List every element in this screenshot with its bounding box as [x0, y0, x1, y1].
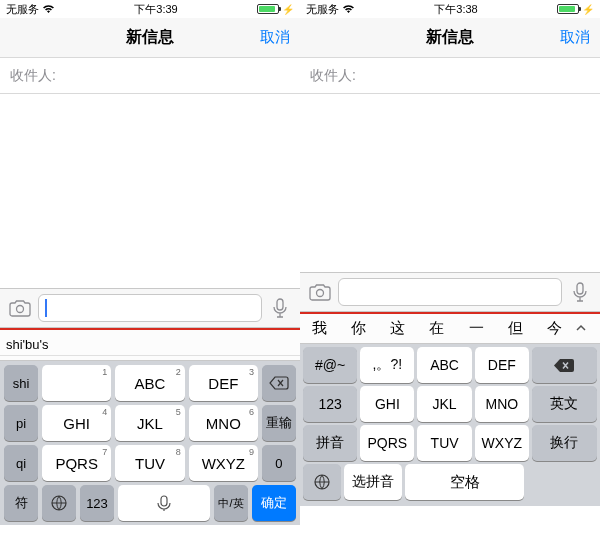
key-def[interactable]: DEF	[475, 347, 529, 383]
key-1[interactable]: 1	[42, 365, 111, 401]
syllable-key[interactable]: pi	[4, 405, 38, 441]
key-wxyz[interactable]: WXYZ	[475, 425, 529, 461]
key-mno[interactable]: MNO	[475, 386, 529, 422]
candidate-bar: shi'bu's 是不是 時不時 是不起 傳	[0, 330, 300, 361]
globe-key[interactable]	[303, 464, 341, 500]
candidate-item[interactable]: 一	[457, 315, 496, 342]
key-4[interactable]: 4GHI	[42, 405, 111, 441]
lang-toggle-key[interactable]: 中/英	[214, 485, 248, 521]
recipient-field[interactable]: 收件人:	[300, 58, 600, 94]
wifi-icon	[42, 4, 55, 14]
charging-icon: ⚡	[282, 4, 294, 15]
recipient-label: 收件人:	[310, 67, 356, 85]
clock-label: 下午3:38	[434, 2, 477, 17]
pinyin-composition: shi'bu's	[0, 334, 300, 356]
key-0[interactable]: 0	[262, 445, 296, 481]
candidate-item[interactable]: 我	[300, 315, 339, 342]
recipient-label: 收件人:	[10, 67, 56, 85]
numbers-key[interactable]: 123	[303, 386, 357, 422]
nav-bar: 新信息 取消	[0, 18, 300, 58]
numbers-key[interactable]: 123	[80, 485, 114, 521]
key-9[interactable]: 9WXYZ	[189, 445, 258, 481]
svg-rect-1	[277, 299, 283, 310]
clock-label: 下午3:39	[134, 2, 177, 17]
message-body	[300, 94, 600, 272]
camera-icon[interactable]	[308, 280, 332, 304]
syllable-key[interactable]: shi	[4, 365, 38, 401]
mic-icon[interactable]	[268, 296, 292, 320]
key-8[interactable]: 8TUV	[115, 445, 184, 481]
expand-candidates-icon[interactable]	[574, 322, 600, 336]
syllable-key[interactable]: qi	[4, 445, 38, 481]
key-2[interactable]: 2ABC	[115, 365, 184, 401]
globe-key[interactable]	[42, 485, 76, 521]
compose-bar	[0, 288, 300, 328]
keyboard: shi 1 2ABC 3DEF pi 4GHI 5JKL 6MNO 重输 qi …	[0, 361, 300, 525]
candidate-item[interactable]: 你	[339, 315, 378, 342]
english-key[interactable]: 英文	[532, 386, 597, 422]
camera-icon[interactable]	[8, 296, 32, 320]
phone-left: 无服务 下午3:39 ⚡ 新信息 取消 收件人:	[0, 0, 300, 533]
candidate-item[interactable]: 这	[378, 315, 417, 342]
candidate-item[interactable]: 但	[496, 315, 535, 342]
key-6[interactable]: 6MNO	[189, 405, 258, 441]
key-5[interactable]: 5JKL	[115, 405, 184, 441]
svg-point-0	[17, 306, 24, 313]
nav-bar: 新信息 取消	[300, 18, 600, 58]
svg-rect-5	[577, 283, 583, 294]
text-cursor	[45, 299, 47, 317]
backspace-key[interactable]	[532, 347, 597, 383]
space-key[interactable]	[118, 485, 210, 521]
status-bar: 无服务 下午3:39 ⚡	[0, 0, 300, 18]
message-input[interactable]	[38, 294, 262, 322]
compose-bar	[300, 272, 600, 312]
cancel-button[interactable]: 取消	[260, 28, 290, 47]
message-input[interactable]	[338, 278, 562, 306]
backspace-key[interactable]	[262, 365, 296, 401]
key-pqrs[interactable]: PQRS	[360, 425, 414, 461]
page-title: 新信息	[426, 27, 474, 48]
carrier-label: 无服务	[6, 2, 39, 17]
reinput-key[interactable]: 重输	[262, 405, 296, 441]
cancel-button[interactable]: 取消	[560, 28, 590, 47]
key-3[interactable]: 3DEF	[189, 365, 258, 401]
carrier-label: 无服务	[306, 2, 339, 17]
message-body	[0, 94, 300, 288]
key-7[interactable]: 7PQRS	[42, 445, 111, 481]
candidate-item[interactable]: 在	[417, 315, 456, 342]
newline-key[interactable]: 换行	[532, 425, 597, 461]
svg-rect-3	[161, 496, 167, 506]
phone-right: 无服务 下午3:38 ⚡ 新信息 取消 收件人:	[300, 0, 600, 533]
key-jkl[interactable]: JKL	[417, 386, 471, 422]
confirm-key[interactable]: 确定	[252, 485, 296, 521]
punct-key[interactable]: ,。?!	[360, 347, 414, 383]
mic-icon[interactable]	[568, 280, 592, 304]
key-abc[interactable]: ABC	[417, 347, 471, 383]
candidate-item[interactable]: 今	[535, 315, 574, 342]
page-title: 新信息	[126, 27, 174, 48]
battery-icon	[257, 4, 279, 14]
key-tuv[interactable]: TUV	[417, 425, 471, 461]
select-pinyin-key[interactable]: 选拼音	[344, 464, 402, 500]
status-bar: 无服务 下午3:38 ⚡	[300, 0, 600, 18]
keyboard: #@~ ,。?! ABC DEF 123 GHI JKL MNO 英文 拼音 P…	[300, 344, 600, 506]
pinyin-key[interactable]: 拼音	[303, 425, 357, 461]
candidate-bar: 我 你 这 在 一 但 今	[300, 314, 600, 344]
space-key[interactable]: 空格	[405, 464, 524, 500]
charging-icon: ⚡	[582, 4, 594, 15]
recipient-field[interactable]: 收件人:	[0, 58, 300, 94]
symbols-key[interactable]: 符	[4, 485, 38, 521]
wifi-icon	[342, 4, 355, 14]
battery-icon	[557, 4, 579, 14]
svg-point-4	[317, 290, 324, 297]
symbols-key[interactable]: #@~	[303, 347, 357, 383]
key-ghi[interactable]: GHI	[360, 386, 414, 422]
